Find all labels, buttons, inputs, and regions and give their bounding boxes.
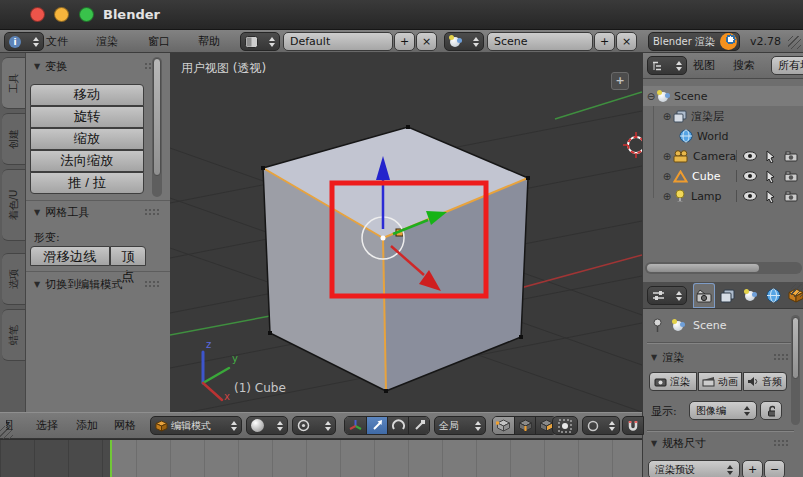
- minimize-window-icon[interactable]: [54, 7, 69, 22]
- manipulator-rotate-toggle[interactable]: [387, 417, 408, 434]
- shrink-fatten-button[interactable]: 法向缩放: [30, 150, 144, 172]
- outliner-row-lamp[interactable]: ⊕ Lamp: [643, 186, 803, 206]
- outliner-row-scene[interactable]: ⊖ Scene: [643, 86, 803, 106]
- panel-header-transform[interactable]: ▼变换: [34, 59, 67, 74]
- manipulator-translate-toggle[interactable]: [366, 417, 387, 434]
- manipulator-scale-toggle[interactable]: [408, 417, 429, 434]
- pin-icon[interactable]: [651, 318, 664, 333]
- tab-options[interactable]: 选项: [2, 253, 26, 305]
- render-preset-dropdown[interactable]: 渲染预设: [648, 460, 740, 477]
- scene-name-field[interactable]: Scene: [487, 32, 593, 51]
- tab-tools[interactable]: 工具: [2, 57, 26, 109]
- lock-interface-button[interactable]: [760, 401, 782, 420]
- panel-drag-dots[interactable]: [773, 439, 788, 447]
- tab-render-layers[interactable]: [716, 283, 738, 308]
- selectability-cursor-icon[interactable]: [765, 190, 776, 203]
- outliner-row-cube[interactable]: ⊕ Cube: [643, 166, 803, 186]
- panel-header-render[interactable]: ▼渲染: [651, 350, 684, 365]
- outliner-menu-view[interactable]: 视图: [693, 53, 715, 78]
- add-layout-button[interactable]: +: [394, 32, 415, 51]
- render-button[interactable]: 渲染: [649, 372, 697, 391]
- menu-add[interactable]: 添加: [76, 413, 98, 438]
- collapse-node-icon[interactable]: ⊖: [645, 91, 657, 102]
- visibility-eye-icon[interactable]: [743, 191, 757, 201]
- visibility-eye-icon[interactable]: [743, 151, 757, 161]
- pivot-point-dropdown[interactable]: [292, 416, 336, 435]
- scene-selector[interactable]: [444, 32, 484, 51]
- snap-toggle[interactable]: [622, 416, 644, 435]
- maximize-window-icon[interactable]: [79, 7, 94, 22]
- menu-help[interactable]: 帮助: [198, 30, 220, 52]
- render-toggle-camera-icon[interactable]: [784, 191, 798, 202]
- panel-drag-dots[interactable]: [144, 208, 159, 216]
- screen-layout-name-field[interactable]: Default: [283, 32, 393, 51]
- tab-scene[interactable]: [739, 283, 761, 308]
- tab-create[interactable]: 创建: [2, 113, 26, 165]
- screen-layout-selector[interactable]: [240, 32, 280, 51]
- render-animation-button[interactable]: 动画: [698, 372, 742, 391]
- push-pull-button[interactable]: 推 / 拉: [30, 172, 144, 194]
- viewport-shading-dropdown[interactable]: [246, 416, 288, 435]
- expand-node-icon[interactable]: ⊕: [661, 171, 673, 182]
- vertex-slide-button[interactable]: 顶点: [110, 246, 146, 266]
- outliner-row-renderlayers[interactable]: ⊕ 渲染层: [643, 106, 803, 126]
- slide-edge-button[interactable]: 滑移边线: [30, 246, 110, 266]
- outliner-horizontal-scrollbar[interactable]: [645, 262, 802, 274]
- expand-node-icon[interactable]: ⊕: [661, 111, 673, 122]
- current-frame-marker[interactable]: [110, 440, 112, 477]
- mode-dropdown[interactable]: 编辑模式: [150, 416, 242, 435]
- display-mode-dropdown[interactable]: 图像编: [689, 401, 757, 420]
- resize-grip[interactable]: [791, 284, 803, 297]
- proportional-edit-dropdown[interactable]: [582, 416, 620, 435]
- occlude-geometry-toggle[interactable]: [552, 416, 578, 435]
- add-preset-button[interactable]: +: [742, 460, 763, 477]
- outliner-menu-search[interactable]: 搜索: [733, 53, 755, 78]
- add-scene-button[interactable]: +: [594, 32, 615, 51]
- transform-orientation-dropdown[interactable]: 全局: [434, 416, 486, 435]
- timeline[interactable]: [0, 439, 642, 477]
- panel-header-mesh-tools[interactable]: ▼网格工具: [34, 205, 89, 220]
- delete-layout-button[interactable]: ×: [416, 32, 437, 51]
- render-toggle-camera-icon[interactable]: [784, 171, 798, 182]
- panel-header-toggle-editmode[interactable]: ▼切换到编辑模式: [34, 277, 122, 292]
- open-region-button[interactable]: +: [611, 72, 629, 90]
- viewport-3d[interactable]: 用户视图 (透视) (1) Cube + z y x: [170, 53, 642, 412]
- outliner-row-camera[interactable]: ⊕ Camera: [643, 146, 803, 166]
- rotate-button[interactable]: 旋转: [30, 106, 144, 128]
- close-window-icon[interactable]: [30, 7, 45, 22]
- selectability-cursor-icon[interactable]: [765, 170, 776, 183]
- edge-select-toggle[interactable]: [514, 417, 535, 434]
- expand-node-icon[interactable]: ⊕: [661, 191, 673, 202]
- resize-grip[interactable]: [788, 36, 801, 49]
- translate-button[interactable]: 移动: [30, 84, 144, 106]
- delete-scene-button[interactable]: ×: [616, 32, 637, 51]
- render-audio-button[interactable]: 音频: [743, 372, 787, 391]
- editor-type-selector[interactable]: [647, 286, 687, 305]
- menu-view[interactable]: 视图: [6, 413, 32, 438]
- outliner-scope-dropdown[interactable]: 所有场: [771, 56, 803, 75]
- properties-scrollbar[interactable]: [791, 315, 800, 425]
- menu-window[interactable]: 窗口: [148, 30, 170, 52]
- selectability-cursor-icon[interactable]: [765, 150, 776, 163]
- tab-grease-pencil[interactable]: 蜡笔: [2, 309, 26, 361]
- outliner-row-world[interactable]: World: [643, 126, 803, 146]
- remove-preset-button[interactable]: −: [764, 460, 785, 477]
- panel-header-dimensions[interactable]: ▼规格尺寸: [651, 436, 706, 451]
- menu-render[interactable]: 渲染: [96, 30, 118, 52]
- expand-node-icon[interactable]: ⊕: [661, 151, 673, 162]
- editor-type-selector[interactable]: [647, 56, 687, 75]
- menu-select[interactable]: 选择: [36, 413, 58, 438]
- scale-button[interactable]: 缩放: [30, 128, 144, 150]
- visibility-eye-icon[interactable]: [743, 171, 757, 181]
- toolshelf-scrollbar[interactable]: [152, 57, 162, 197]
- vertex-select-toggle[interactable]: [493, 417, 514, 434]
- panel-drag-dots[interactable]: [773, 353, 788, 361]
- tab-shading-uv[interactable]: 着色/U: [2, 169, 26, 241]
- menu-file[interactable]: 文件: [46, 30, 68, 52]
- tab-world[interactable]: [762, 283, 784, 308]
- editor-type-selector[interactable]: i: [4, 32, 44, 51]
- manipulator-axes-icon[interactable]: [345, 417, 366, 434]
- panel-drag-dots[interactable]: [144, 280, 159, 288]
- render-toggle-camera-icon[interactable]: [784, 151, 798, 162]
- tab-render[interactable]: [693, 283, 715, 308]
